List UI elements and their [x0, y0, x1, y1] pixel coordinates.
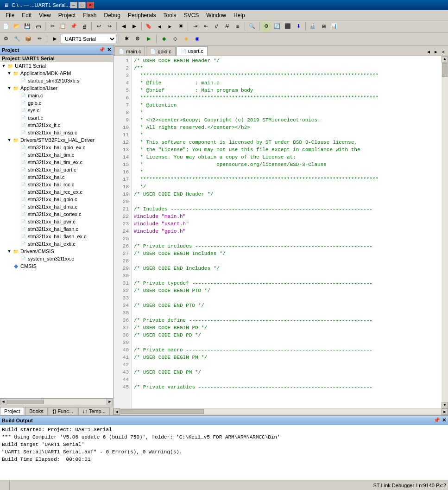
code-line-38[interactable]: /* USER CODE END PD */	[134, 331, 440, 339]
t2-dbg2[interactable]: ⚙	[133, 34, 143, 44]
download-button[interactable]: ⬇	[293, 21, 303, 32]
tab-scroll-left[interactable]: ◀	[425, 48, 432, 56]
target-dropdown[interactable]: UART1 Serial	[61, 34, 116, 44]
code-line-18[interactable]: */	[134, 183, 440, 191]
vscroll-down[interactable]: ▼	[442, 402, 448, 408]
tree-expand-root[interactable]: ▼	[1, 63, 6, 69]
vscroll-thumb[interactable]	[442, 63, 448, 77]
tree-hal-pwr[interactable]: 📄 stm32f1xx_hal_pwr.c	[0, 218, 113, 225]
code-line-3[interactable]: ****************************************…	[134, 72, 440, 79]
code-line-6[interactable]: ****************************************…	[134, 94, 440, 102]
project-close-icon[interactable]: ✕	[107, 47, 111, 53]
code-line-41[interactable]: /* USER CODE BEGIN PM */	[134, 354, 440, 361]
rebuild-button[interactable]: 🔄	[272, 21, 282, 32]
code-line-33[interactable]	[134, 294, 440, 302]
code-line-23[interactable]: #include "usart.h"	[134, 220, 440, 228]
tree-system-stm32[interactable]: 📄 system_stm32f1xx.c	[0, 255, 113, 262]
menu-view[interactable]: View	[35, 11, 55, 19]
code-line-34[interactable]: /* USER CODE END PTD */	[134, 302, 440, 309]
code-line-42[interactable]	[134, 361, 440, 369]
tree-expand-appuser[interactable]: ▼	[6, 85, 12, 91]
t2-btn4[interactable]: ✏	[34, 34, 44, 44]
code-line-5[interactable]: * @brief : Main program body	[134, 87, 440, 94]
menu-edit[interactable]: Edit	[18, 11, 35, 19]
project-scroll-thumb[interactable]	[7, 400, 44, 404]
tree-hal-exti[interactable]: 📄 stm32f1xx_hal_exti.c	[0, 240, 113, 248]
tab-books[interactable]: Books	[25, 407, 48, 415]
code-area[interactable]: /* USER CODE BEGIN Header *//** ********…	[132, 56, 442, 408]
redo-button[interactable]: ↪	[104, 21, 114, 32]
t2-btn3[interactable]: 📦	[23, 34, 33, 44]
code-line-36[interactable]: /* Private define ----------------------…	[134, 317, 440, 324]
tree-hal-flash[interactable]: 📄 stm32f1xx_hal_flash.c	[0, 225, 113, 233]
t2-io3[interactable]: ◈	[181, 34, 191, 44]
menu-help[interactable]: Help	[230, 11, 249, 19]
format-button[interactable]: ≡	[233, 21, 243, 32]
tab-functions[interactable]: {} Func...	[49, 407, 77, 415]
tree-sysc[interactable]: 📄 sys.c	[0, 107, 113, 114]
hscroll-thumb[interactable]	[120, 409, 204, 414]
tree-gpioc[interactable]: 📄 gpio.c	[0, 99, 113, 107]
tree-stm32msp[interactable]: 📄 stm32f1xx_hal_msp.c	[0, 129, 113, 136]
comment-button[interactable]: //	[211, 21, 221, 32]
tree-expand-drivers[interactable]: ▼	[6, 137, 12, 143]
tab-scroll-right[interactable]: ▶	[432, 48, 440, 56]
hscroll-left[interactable]: ◀	[114, 408, 120, 415]
code-line-39[interactable]	[134, 339, 440, 346]
tree-cmsis-diamond[interactable]: ◆ CMSIS	[0, 262, 113, 270]
menu-tools[interactable]: Tools	[160, 11, 180, 19]
copy-button[interactable]: 📋	[58, 21, 68, 32]
tree-mdk-arm[interactable]: ▼ 📁 Application/MDK-ARM	[0, 70, 113, 77]
save-button[interactable]: 💾	[22, 21, 32, 32]
tree-expand-mdk[interactable]: ▼	[6, 70, 12, 76]
tab-project[interactable]: Project	[0, 407, 24, 415]
tab-templates[interactable]: ↓↑ Temp...	[78, 407, 110, 415]
bookmark-button[interactable]: 🔖	[144, 21, 154, 32]
project-pin-icon[interactable]: 📌	[99, 47, 105, 53]
print-button[interactable]: 🖨	[79, 21, 89, 32]
tree-hal-dma[interactable]: 📄 stm32f1xx_hal_dma.c	[0, 203, 113, 210]
tree-hal-flash-ex[interactable]: 📄 stm32f1xx_hal_flash_ex.c	[0, 233, 113, 240]
project-scroll-right[interactable]: ▶	[107, 399, 113, 405]
open-button[interactable]: 📂	[12, 21, 22, 32]
menu-flash[interactable]: Flash	[79, 11, 100, 19]
tree-hal-tim-ex[interactable]: 📄 stm32f1xx_hal_tim_ex.c	[0, 159, 113, 166]
editor-tab-usartc[interactable]: 📄 usart.c	[177, 46, 208, 56]
menu-project[interactable]: Project	[55, 11, 79, 19]
t2-io2[interactable]: ◇	[170, 34, 180, 44]
t2-dbg1[interactable]: ✱	[121, 34, 132, 44]
tree-stm32it[interactable]: 📄 stm32f1xx_it.c	[0, 121, 113, 129]
menu-debug[interactable]: Debug	[101, 11, 124, 19]
uncomment-button[interactable]: //̶	[222, 21, 232, 32]
tree-mainc[interactable]: 📄 main.c	[0, 92, 113, 99]
tree-hal-tim[interactable]: 📄 stm32f1xx_hal_tim.c	[0, 151, 113, 159]
code-line-11[interactable]: *	[134, 131, 440, 139]
code-line-35[interactable]	[134, 309, 440, 317]
code-line-25[interactable]	[134, 235, 440, 242]
tree-hal-gpio[interactable]: 📄 stm32f1xx_hal_gpio.c	[0, 196, 113, 203]
code-line-14[interactable]: * License. You may obtain a copy of the …	[134, 153, 440, 161]
code-line-7[interactable]: * @attention	[134, 102, 440, 109]
t2-btn2[interactable]: 🔧	[12, 34, 22, 44]
tree-cmsis-folder[interactable]: ▼ 📁 Drivers/CMSIS	[0, 248, 113, 255]
code-line-27[interactable]: /* USER CODE BEGIN Includes */	[134, 250, 440, 257]
save-all-button[interactable]: 🗃	[33, 21, 43, 32]
build-pin-icon[interactable]: 📌	[434, 417, 440, 423]
code-line-29[interactable]: /* USER CODE END Includes */	[134, 265, 440, 272]
code-line-28[interactable]	[134, 257, 440, 265]
build-close-icon[interactable]: ✕	[442, 417, 446, 423]
tree-expand-cmsis[interactable]: ▼	[6, 248, 12, 254]
hscroll-right[interactable]: ▶	[442, 408, 448, 415]
close-button[interactable]: ✕	[87, 2, 94, 8]
code-line-12[interactable]: * This software component is licensed by…	[134, 139, 440, 146]
editor-tab-mainc[interactable]: 📄 main.c	[114, 46, 145, 56]
code-line-4[interactable]: * @file : main.c	[134, 79, 440, 87]
code-line-40[interactable]: /* Private macro -----------------------…	[134, 346, 440, 354]
cut-button[interactable]: ✂	[47, 21, 57, 32]
code-line-8[interactable]: *	[134, 109, 440, 116]
extra-btn-2[interactable]: 🖥	[318, 21, 328, 32]
tree-hal[interactable]: 📄 stm32f1xx_hal.c	[0, 173, 113, 181]
new-file-button[interactable]: 📄	[1, 21, 11, 32]
build-button[interactable]: ⚙	[261, 21, 271, 32]
tree-drivers[interactable]: ▼ 📁 Drivers/STM32F1xx_HAL_Driver	[0, 136, 113, 144]
